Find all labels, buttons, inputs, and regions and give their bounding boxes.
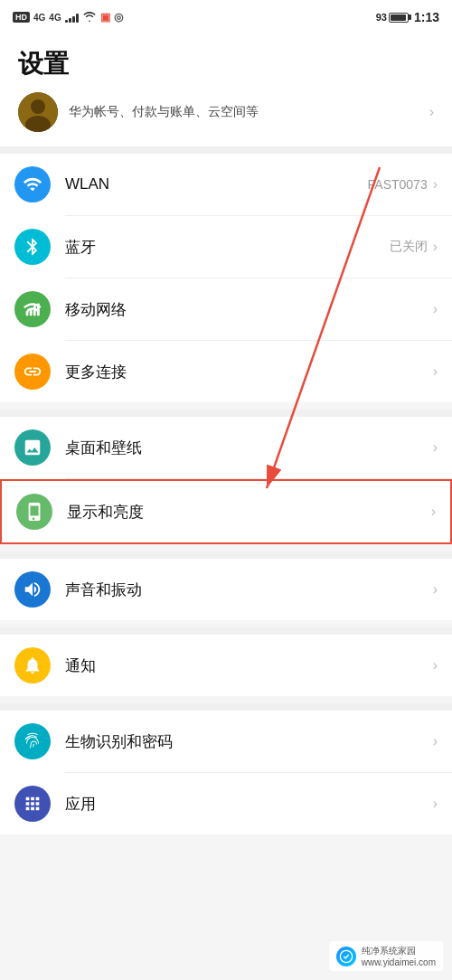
sound-icon-circle <box>14 571 51 608</box>
bluetooth-icon-circle <box>14 229 51 265</box>
apps-icon-circle <box>14 786 51 822</box>
hd-badge: HD <box>13 12 30 23</box>
desktop-icon-circle <box>14 429 51 466</box>
svg-rect-4 <box>30 308 33 316</box>
mobile-chevron: › <box>433 301 438 317</box>
battery-icon: 93 <box>376 12 409 23</box>
watermark-text-block: 纯净系统家园 www.yidaimei.com <box>362 945 436 967</box>
wlan-value: FAST0073 <box>368 177 428 192</box>
bluetooth-label: 蓝牙 <box>65 237 390 258</box>
notification-item[interactable]: 通知 › <box>0 635 452 696</box>
avatar-svg <box>18 92 58 132</box>
link-icon <box>23 362 42 382</box>
account-chevron: › <box>429 104 434 120</box>
notification-chevron: › <box>433 657 438 674</box>
network-group: WLAN FAST0073 › 蓝牙 已关闭 › <box>0 154 452 402</box>
page-title: 设置 <box>18 47 434 81</box>
network-type-2: 4G <box>49 13 61 23</box>
fingerprint-icon <box>23 731 42 751</box>
divider-2 <box>0 410 452 417</box>
watermark: 纯净系统家园 www.yidaimei.com <box>329 941 443 971</box>
sound-label: 声音和振动 <box>65 580 428 600</box>
battery-percent: 93 <box>376 12 387 23</box>
security-group: 生物识别和密码 › 应用 › <box>0 711 452 834</box>
sound-group: 声音和振动 › <box>0 559 452 620</box>
battery-fill <box>391 14 406 21</box>
avatar-image <box>18 92 58 132</box>
mobile-label: 移动网络 <box>65 299 428 320</box>
display-brightness-chevron: › <box>431 504 436 520</box>
desktop-wallpaper-chevron: › <box>433 439 438 456</box>
apps-item[interactable]: 应用 › <box>0 773 452 834</box>
notification-icon-circle <box>14 647 51 683</box>
wlan-chevron: › <box>433 176 438 193</box>
signal-bar <box>72 16 75 23</box>
notification-group: 通知 › <box>0 635 452 696</box>
more-connections-icon-circle <box>14 353 51 390</box>
svg-rect-3 <box>26 311 29 316</box>
apps-chevron: › <box>433 796 438 812</box>
display-brightness-label: 显示和亮度 <box>67 502 426 523</box>
account-row[interactable]: 华为帐号、付款与账单、云空间等 › <box>18 92 434 136</box>
svg-point-1 <box>31 99 45 114</box>
bluetooth-value: 已关闭 <box>390 239 428 255</box>
divider-5 <box>0 703 452 711</box>
watermark-icon <box>339 949 353 964</box>
display-icon-circle <box>16 494 52 530</box>
biometrics-label: 生物识别和密码 <box>65 731 428 752</box>
desktop-wallpaper-label: 桌面和壁纸 <box>65 438 428 458</box>
signal-icon <box>23 299 42 319</box>
wlan-label: WLAN <box>65 175 368 193</box>
display-group: 桌面和壁纸 › 显示和亮度 › <box>0 417 452 544</box>
signal-bar <box>76 14 79 23</box>
divider-4 <box>0 627 452 635</box>
signal-bar <box>69 18 71 23</box>
display-brightness-item[interactable]: 显示和亮度 › <box>0 479 452 544</box>
divider-3 <box>0 551 452 559</box>
sound-icon <box>23 580 42 599</box>
wlan-item[interactable]: WLAN FAST0073 › <box>0 154 452 215</box>
notification-label: 通知 <box>65 655 428 676</box>
desktop-wallpaper-item[interactable]: 桌面和壁纸 › <box>0 417 452 478</box>
status-right: 93 1:13 <box>376 10 439 24</box>
battery-rect <box>389 13 409 23</box>
biometrics-icon-circle <box>14 723 51 759</box>
watermark-site: www.yidaimei.com <box>362 957 436 967</box>
display-icon <box>24 502 44 522</box>
mobile-icon-circle <box>14 291 51 327</box>
biometrics-chevron: › <box>433 733 438 749</box>
divider-1 <box>0 146 452 154</box>
apps-label: 应用 <box>65 794 428 815</box>
network-type-1: 4G <box>33 13 45 23</box>
mobile-item[interactable]: 移动网络 › <box>0 278 452 340</box>
special-icon-2: ◎ <box>114 11 123 24</box>
more-connections-item[interactable]: 更多连接 › <box>0 341 452 402</box>
watermark-logo <box>336 947 356 966</box>
watermark-label: 纯净系统家园 <box>362 945 436 957</box>
special-icon-1: ▣ <box>100 11 110 24</box>
svg-point-8 <box>340 950 352 962</box>
sound-chevron: › <box>433 581 438 598</box>
signal-bar <box>65 20 68 23</box>
header: 设置 华为帐号、付款与账单、云空间等 › <box>0 33 452 146</box>
more-connections-label: 更多连接 <box>65 362 428 382</box>
wifi-icon <box>23 174 42 194</box>
image-icon <box>23 438 42 457</box>
more-connections-chevron: › <box>433 363 438 380</box>
svg-rect-5 <box>33 306 36 316</box>
bluetooth-icon <box>23 237 42 257</box>
bluetooth-item[interactable]: 蓝牙 已关闭 › <box>0 216 452 278</box>
avatar <box>18 92 58 132</box>
wifi-status-icon <box>82 12 97 23</box>
bell-icon <box>23 655 42 675</box>
svg-rect-6 <box>37 304 40 316</box>
sound-item[interactable]: 声音和振动 › <box>0 559 452 620</box>
biometrics-item[interactable]: 生物识别和密码 › <box>0 711 452 772</box>
status-left: HD 4G 4G ▣ ◎ <box>13 11 123 24</box>
apps-icon <box>23 794 42 814</box>
wlan-icon-circle <box>14 166 51 203</box>
status-bar: HD 4G 4G ▣ ◎ 93 <box>0 0 452 33</box>
signal-bars-1 <box>65 12 79 23</box>
bluetooth-chevron: › <box>433 239 438 255</box>
time-display: 1:13 <box>414 10 439 24</box>
